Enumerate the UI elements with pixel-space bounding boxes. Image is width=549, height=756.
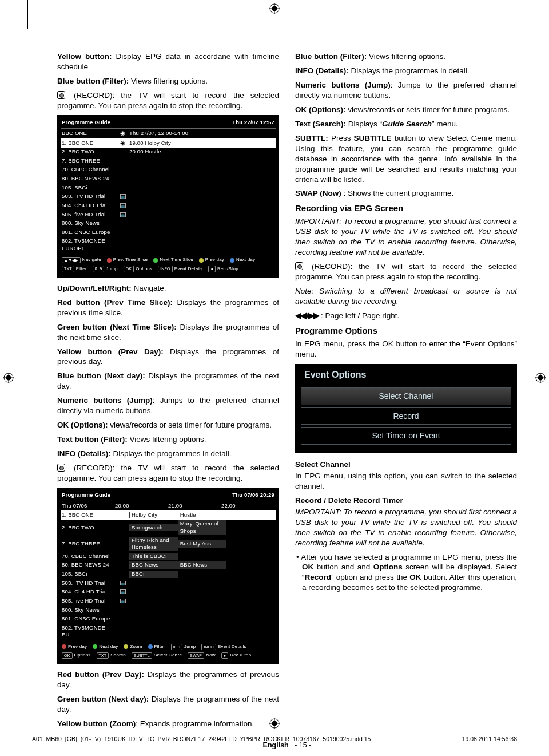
- left-column: Yellow button: Display EPG data in accor…: [57, 52, 279, 733]
- event-option-item: Record: [301, 407, 511, 425]
- epg-figure-1: Programme GuideThu 27/07 12:57 BBC ONE◉T…: [57, 115, 279, 278]
- epg-header-time: Thu 27/07, 12:00-14:00: [129, 130, 274, 137]
- body-text: (RECORD): the TV will start to record th…: [295, 262, 517, 282]
- epg-hint: INFOEvent Details: [201, 644, 246, 650]
- epg-hint: OKOptions: [62, 652, 91, 659]
- epg-row: 801. CNBC Europe: [61, 615, 276, 624]
- epg-row: 504. Ch4 HD Trial📺: [61, 201, 276, 210]
- body-text-italic: IMPORTANT: To record a programme, you sh…: [295, 507, 517, 548]
- epg-row: 80. BBC NEWS 24: [61, 175, 276, 184]
- event-option-item: Set Timer on Event: [301, 427, 511, 445]
- body-text: INFO (Details): Displays the programmes …: [295, 66, 517, 76]
- heading-select-channel: Select Channel: [295, 460, 517, 470]
- body-text: Up/Down/Left/Right: Navigate.: [57, 283, 279, 294]
- registration-mark-icon: [535, 373, 546, 383]
- event-options-figure: Event Options Select ChannelRecordSet Ti…: [295, 364, 517, 453]
- epg-row: 70. CBBC Channel: [61, 165, 276, 175]
- body-text: In EPG menu, using this option, you can …: [295, 471, 517, 492]
- epg-row: 802. TV5MONDE EU...: [61, 623, 276, 639]
- body-text: SWAP (Now) : Shows the current programme…: [295, 188, 517, 199]
- epg-row: 505. five HD Trial📺: [61, 596, 276, 605]
- body-text: Green button (Next day): Displays the pr…: [57, 694, 279, 715]
- body-text: Yellow button: Display EPG data in accor…: [57, 52, 279, 72]
- epg-row: 503. ITV HD Trial📺: [61, 579, 276, 588]
- epg-row: 505. five HD Trial📺: [61, 210, 276, 219]
- body-text: OK (Options): views/records or sets time…: [57, 420, 279, 430]
- body-text: ◀◀ / ▶▶ : Page left / Page right.: [295, 311, 517, 321]
- epg-hint: Prev day: [199, 257, 224, 263]
- body-text: Text (Search): Displays “Guide Search” m…: [295, 119, 517, 129]
- body-text: In EPG menu, press the OK button to ente…: [295, 339, 517, 359]
- record-icon: [57, 464, 65, 472]
- epg-time: Thu 07/06 20:29: [232, 492, 274, 499]
- body-text: Blue button (Next day): Displays the pro…: [57, 371, 279, 391]
- epg-hint: ●Rec./Stop: [221, 652, 251, 659]
- epg-hint: 0..9Jump: [93, 266, 118, 272]
- epg-row: 70. CBBC ChannelThis is CBBC!: [61, 552, 276, 561]
- epg-hint: Next day: [230, 257, 255, 263]
- epg-col-header: 22:00: [221, 502, 274, 510]
- body-text: Yellow button (Zoom): Expands programme …: [57, 719, 279, 729]
- event-options-title: Event Options: [295, 364, 517, 385]
- body-text: (RECORD): the TV will start to record th…: [57, 463, 279, 484]
- epg-row: 802. TV5MONDE EUROPE: [61, 237, 276, 253]
- body-text-bullet: • After you have selected a programme in…: [295, 552, 517, 593]
- registration-mark-icon: [3, 373, 14, 383]
- epg-title: Programme Guide: [62, 492, 110, 499]
- record-icon: [295, 262, 303, 270]
- heading-programme-options: Programme Options: [295, 325, 517, 337]
- epg-row: 801. CNBC Europe: [61, 228, 276, 237]
- body-text: Numeric buttons (Jump): Jumps to the pre…: [57, 395, 279, 416]
- epg-row: 80. BBC NEWS 24BBC NewsBBC News: [61, 561, 276, 570]
- epg-row: 1. BBC ONE◉19.00 Holby City: [61, 138, 276, 148]
- body-text: Numeric buttons (Jump): Jumps to the pre…: [295, 80, 517, 101]
- body-text: INFO (Details): Displays the programmes …: [57, 449, 279, 459]
- right-column: Blue button (Filter): Views filtering op…: [295, 52, 517, 733]
- body-text: Blue button (Filter): Views filtering op…: [57, 76, 279, 86]
- epg-hint: 0..9Jump: [171, 644, 196, 650]
- epg-col-header: 21:00: [168, 502, 221, 510]
- epg-hint: OKOptions: [124, 266, 153, 272]
- epg-time: Thu 27/07 12:57: [232, 119, 274, 126]
- registration-mark-icon: [269, 718, 280, 729]
- epg-hint: Prev day: [62, 644, 87, 650]
- body-text: Red button (Prev Day): Displays the prog…: [57, 670, 279, 690]
- epg-hint: ●Rec./Stop: [208, 266, 238, 272]
- epg-hint: Next Time Slice: [153, 257, 193, 263]
- body-text: Blue button (Filter): Views filtering op…: [295, 52, 517, 62]
- epg-row: 2. BBC TWOSpringwatchMary, Queen of Shop…: [61, 520, 276, 536]
- epg-header-channel: BBC ONE: [62, 130, 117, 137]
- body-text: SUBTTL: Press SUBTITLE button to view Se…: [295, 133, 517, 185]
- event-option-item: Select Channel: [301, 387, 511, 405]
- epg-title: Programme Guide: [62, 119, 110, 126]
- epg-hint: Next day: [93, 644, 118, 650]
- body-text-italic: Note: Switching to a different broadcast…: [295, 286, 517, 307]
- epg-hint: TXTSearch: [97, 652, 126, 659]
- epg-row: 7. BBC THREE: [61, 156, 276, 165]
- epg-row: 800. Sky News: [61, 605, 276, 615]
- page-footer: English - 15 -: [57, 741, 517, 749]
- epg-col-header: Thu 07/06: [62, 502, 115, 510]
- rewind-forward-icon: ◀◀ / ▶▶: [295, 311, 319, 320]
- epg-hint: INFOEvent Details: [158, 266, 202, 272]
- epg-row: 1. BBC ONEHolby CityHustle: [61, 510, 276, 520]
- body-text: (RECORD): the TV will start to record th…: [57, 90, 279, 111]
- epg-row: 800. Sky News: [61, 219, 276, 228]
- heading-recording: Recording via EPG Screen: [295, 203, 517, 214]
- epg-row: 2. BBC TWO20.00 Hustle: [61, 148, 276, 157]
- heading-record-timer: Record / Delete Record Timer: [295, 496, 517, 506]
- epg-hint: Prev. Time Slice: [107, 257, 148, 263]
- lock-icon: ◉: [117, 130, 129, 137]
- body-text: Green button (Next Time Slice): Displays…: [57, 322, 279, 343]
- body-text-italic: IMPORTANT: To record a programme, you sh…: [295, 216, 517, 258]
- epg-row: 504. Ch4 HD Trial📺: [61, 588, 276, 597]
- crop-mark: [27, 0, 28, 29]
- epg-row: 7. BBC THREEFilthy Rich and HomelessBust…: [61, 536, 276, 552]
- epg-hint: Filter: [148, 644, 165, 650]
- epg-figure-2: Programme GuideThu 07/06 20:29 Thu 07/06…: [57, 488, 279, 664]
- epg-hint: Zoom: [124, 644, 142, 650]
- body-text: Red button (Prev Time Slice): Displays t…: [57, 298, 279, 318]
- epg-hint: SUBTTLSelect Genre: [132, 652, 182, 659]
- registration-mark-icon: [269, 3, 280, 14]
- epg-row: 105. BBCi: [61, 183, 276, 192]
